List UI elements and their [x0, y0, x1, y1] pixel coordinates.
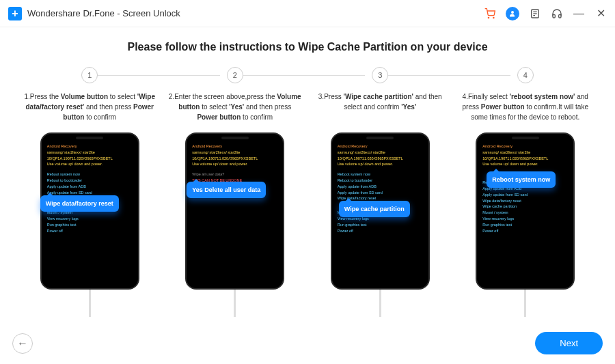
close-button[interactable]: ✕ — [594, 8, 607, 20]
back-button[interactable]: ← — [12, 333, 33, 354]
main-content: Please follow the instructions to Wipe C… — [0, 27, 615, 317]
phone-text-line: 10/QP1A.190711.020/G965FXXSBETL — [338, 156, 423, 162]
phone-text-line: samsung/ star2ltexx/ star2lte — [482, 150, 568, 156]
phone-cable — [89, 290, 91, 317]
phone-text-line: Reboot to bootloader — [47, 178, 133, 184]
phone-text-line: Apply update from SD card — [482, 192, 568, 198]
app-title: Wondershare Dr.Fone - Screen Unlock — [27, 8, 180, 18]
phone-text-line: Wipe data/factory reset — [482, 198, 568, 204]
phone-text-line: Android Recovery — [47, 143, 133, 150]
phone-text-line: Wipe all user data? — [192, 171, 277, 178]
phone-text-line: Reboot system now — [338, 171, 423, 178]
phone-text-line: Apply update from ADB — [47, 184, 133, 190]
phone-text-line: Android Recovery — [192, 143, 277, 150]
step-description: 4.Finally select 'reboot system now' and… — [456, 92, 595, 127]
step-col-1: 11.Press the Volume button to select 'Wi… — [20, 67, 159, 317]
phone-text-line: Apply update from SD card — [338, 190, 423, 196]
callout-label: Reboot system now — [487, 171, 556, 188]
cart-icon[interactable] — [484, 8, 496, 20]
titlebar-controls: — ✕ — [484, 7, 607, 20]
phone-text-line: Run graphics test — [338, 222, 423, 228]
step-col-2: 22.Enter the screen above,press the Volu… — [166, 67, 305, 317]
phone-text-line: Mount / system — [482, 210, 568, 216]
phone-text-line: Reboot to bootloader — [338, 178, 423, 184]
phone-mockup: Android Recoverysamsung/ star2ltexx/ sta… — [40, 132, 139, 290]
phone-text-line: Apply update from ADB — [338, 184, 423, 190]
phone-text-line: Power off — [482, 228, 568, 234]
user-avatar-icon[interactable] — [506, 7, 519, 20]
phone-text-line: Use volume up/ down and power. — [482, 161, 568, 167]
phone-text-line: 10/QP1A.190711.020/G965FXXSBETL — [47, 156, 133, 162]
step-description: 1.Press the Volume button to select 'Wip… — [20, 92, 159, 127]
phone-text-line: Wipe cache partition — [482, 204, 568, 210]
phone-text-line: Android Recovery — [338, 143, 423, 150]
step-description: 3.Press 'Wipe cache partition' and then … — [311, 92, 450, 127]
titlebar: + Wondershare Dr.Fone - Screen Unlock — … — [0, 0, 615, 27]
step-number: 2 — [227, 67, 243, 83]
phone-text-line: samsung/ star2ltexx/ star2lte — [47, 150, 133, 156]
phone-cable — [234, 290, 236, 317]
phone-text-line: View recovery logs — [47, 216, 133, 222]
step-col-3: 33.Press 'Wipe cache partition' and then… — [311, 67, 450, 317]
svg-point-0 — [488, 17, 489, 18]
phone-text-line: samsung/ star2ltexx/ star2lte — [192, 150, 277, 156]
phone-mockup: Android Recoverysamsung/ star2ltexx/ sta… — [185, 132, 284, 290]
step-number: 4 — [517, 67, 534, 83]
callout-label: Wipe data/factory reset — [40, 195, 119, 212]
app-logo-icon: + — [8, 7, 22, 20]
phone-cable — [524, 290, 526, 317]
callout-label: Yes Delete all user data — [187, 182, 266, 198]
svg-point-1 — [493, 17, 494, 18]
phone-mockup: Android Recoverysamsung/ star2ltexx/ sta… — [331, 132, 430, 290]
minimize-button[interactable]: — — [573, 8, 585, 20]
phone-text-line: Use volume up/ down and power. — [192, 161, 277, 167]
step-connector — [98, 75, 220, 76]
phone-text-line: Use volume up/ down and power. — [338, 161, 423, 167]
phone-cable — [379, 290, 381, 317]
phone-text-line: Power off — [47, 228, 133, 234]
phone-text-line: View recovery logs — [482, 216, 568, 222]
phone-text-line: Use volume up/ down and power. — [47, 161, 133, 167]
phone-mockup: Android Recoverysamsung/ star2ltexx/ sta… — [476, 132, 575, 290]
step-number: 3 — [372, 67, 388, 83]
page-title: Please follow the instructions to Wipe C… — [20, 41, 594, 53]
phone-text-line: Run graphics test — [482, 222, 568, 228]
step-connector — [388, 75, 510, 76]
step-number: 1 — [81, 67, 98, 83]
callout-label: Wipe cache partition — [339, 201, 410, 217]
phone-text-line: Power off — [338, 228, 423, 234]
footer: ← Next — [12, 332, 603, 354]
phone-text-line: 10/QP1A.190711.020/G965FXXSBETL — [482, 156, 568, 162]
next-button[interactable]: Next — [535, 332, 603, 354]
phone-text-line: Reboot system now — [47, 171, 133, 178]
phone-text-line: Android Recovery — [482, 143, 568, 150]
phone-text-line: Run graphics test — [47, 222, 133, 228]
svg-point-2 — [511, 11, 514, 14]
feedback-icon[interactable] — [529, 8, 541, 20]
steps-container: 11.Press the Volume button to select 'Wi… — [20, 67, 594, 317]
step-description: 2.Enter the screen above,press the Volum… — [166, 92, 305, 127]
support-icon[interactable] — [551, 8, 563, 20]
phone-text-line: samsung/ star2ltexx/ star2lte — [338, 150, 423, 156]
step-col-4: 44.Finally select 'reboot system now' an… — [456, 67, 595, 317]
step-connector — [243, 75, 366, 76]
phone-text-line: 10/QP1A.190711.020/G965FXXSBETL — [192, 156, 277, 162]
